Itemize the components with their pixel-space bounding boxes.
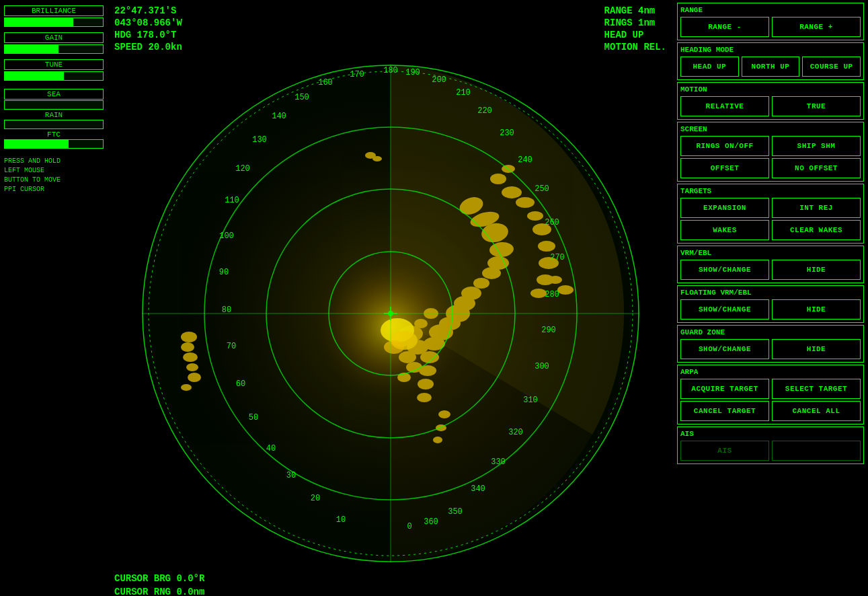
float-vrm-btn-row: SHOW/CHANGE HIDE: [680, 299, 861, 320]
north-up-button[interactable]: NORTH UP: [742, 57, 800, 77]
tune-slider[interactable]: [4, 71, 104, 81]
section-title-guard-zone: GUARD ZONE: [680, 328, 861, 336]
brilliance-slider[interactable]: [4, 17, 104, 27]
section-title-screen: SCREEN: [680, 125, 861, 133]
svg-point-23: [527, 211, 543, 221]
range-plus-button[interactable]: RANGE +: [772, 17, 861, 37]
svg-text:110: 110: [225, 196, 239, 205]
svg-point-35: [433, 437, 442, 443]
svg-text:40: 40: [266, 444, 275, 453]
ais-empty-button: [772, 441, 861, 461]
true-button[interactable]: TRUE: [772, 96, 861, 116]
svg-point-36: [181, 332, 197, 342]
screen-btn-row-1: RINGS ON/OFF SHIP SHM: [680, 136, 861, 156]
svg-text:360: 360: [424, 517, 438, 527]
svg-text:290: 290: [541, 326, 556, 335]
gain-slider[interactable]: [4, 44, 104, 54]
float-show-change-button[interactable]: SHOW/CHANGE: [680, 299, 769, 320]
svg-text:310: 310: [523, 396, 538, 405]
cursor-rng: CURSOR RNG 0.0nm: [114, 587, 666, 596]
svg-point-41: [181, 384, 192, 391]
svg-point-47: [399, 351, 416, 363]
brilliance-label: BRILLIANCE: [4, 5, 104, 16]
vrm-show-change-button[interactable]: SHOW/CHANGE: [680, 260, 769, 280]
wakes-button[interactable]: WAKES: [680, 220, 769, 240]
svg-text:300: 300: [535, 362, 549, 371]
section-float-vrm: FLOATING VRM/EBL SHOW/CHANGE HIDE: [677, 285, 864, 323]
rain-slider[interactable]: [4, 120, 104, 129]
no-offset-button[interactable]: NO OFFSET: [772, 158, 861, 178]
info-top: 22°47.371'S 043°08.966'W HDG 178.0°T SPE…: [108, 0, 673, 58]
int-rej-button[interactable]: INT REJ: [772, 198, 861, 218]
svg-point-20: [417, 393, 432, 402]
course-up-button[interactable]: COURSE UP: [802, 57, 861, 77]
svg-point-37: [181, 342, 194, 352]
vrm-btn-row: SHOW/CHANGE HIDE: [680, 260, 861, 280]
range-btn-row: RANGE - RANGE +: [680, 17, 861, 37]
lon-display: 043°08.966'W: [114, 17, 182, 28]
gain-label: GAIN: [4, 32, 104, 43]
ship-shm-button[interactable]: SHIP SHM: [772, 136, 861, 156]
svg-text:60: 60: [235, 379, 245, 389]
cursor-info: CURSOR BRG 0.0°R CURSOR RNG 0.0nm: [108, 569, 673, 596]
select-target-button[interactable]: SELECT TARGET: [772, 379, 861, 399]
svg-text:330: 330: [491, 457, 506, 467]
svg-point-43: [372, 156, 382, 161]
rain-item: RAIN: [4, 111, 104, 129]
section-title-vrm-ebl: VRM/EBL: [680, 249, 861, 257]
svg-text:170: 170: [350, 70, 364, 79]
speed-display: SPEED 20.0kn: [114, 42, 182, 52]
head-up-button[interactable]: HEAD UP: [680, 57, 739, 77]
svg-text:80: 80: [221, 305, 231, 315]
section-range: RANGE RANGE - RANGE +: [677, 3, 864, 40]
svg-point-22: [516, 197, 535, 208]
radar-display[interactable]: 180 170 190 200 160 210 150 140 220 230 …: [135, 58, 646, 569]
relative-button[interactable]: RELATIVE: [680, 96, 769, 116]
head-display: HEAD UP: [604, 30, 666, 40]
svg-point-39: [186, 363, 198, 371]
svg-point-30: [557, 285, 574, 295]
svg-text:250: 250: [535, 184, 549, 194]
range-minus-button[interactable]: RANGE -: [680, 17, 769, 37]
svg-text:240: 240: [518, 155, 532, 165]
clear-wakes-button[interactable]: CLEAR WAKES: [772, 220, 861, 240]
svg-point-25: [538, 241, 555, 252]
svg-text:140: 140: [272, 112, 286, 121]
svg-text:70: 70: [226, 342, 235, 351]
vrm-hide-button[interactable]: HIDE: [772, 260, 861, 280]
svg-point-40: [188, 373, 201, 382]
svg-text:130: 130: [252, 135, 267, 145]
svg-text:20: 20: [310, 494, 319, 503]
cancel-all-button[interactable]: CANCEL ALL: [772, 401, 861, 421]
svg-text:260: 260: [545, 218, 559, 227]
svg-text:200: 200: [432, 75, 446, 85]
radar-container[interactable]: 180 170 190 200 160 210 150 140 220 230 …: [108, 58, 673, 569]
svg-text:0: 0: [407, 522, 411, 531]
svg-point-21: [502, 186, 522, 198]
section-heading: HEADING MODE HEAD UP NORTH UP COURSE UP: [677, 42, 864, 80]
svg-point-33: [438, 410, 450, 418]
section-arpa: ARPA ACQUIRE TARGET SELECT TARGET CANCEL…: [677, 365, 864, 424]
ais-button[interactable]: AIS: [680, 441, 769, 461]
offset-button[interactable]: OFFSET: [680, 158, 769, 178]
ftc-slider[interactable]: [4, 139, 104, 149]
svg-point-29: [549, 276, 562, 284]
ais-btn-row: AIS: [680, 441, 861, 461]
screen-btn-row-2: OFFSET NO OFFSET: [680, 158, 861, 178]
guard-hide-button[interactable]: HIDE: [772, 339, 861, 359]
section-ais: AIS AIS: [677, 426, 864, 464]
float-hide-button[interactable]: HIDE: [772, 299, 861, 320]
rings-on-off-button[interactable]: RINGS ON/OFF: [680, 136, 769, 156]
expansion-button[interactable]: EXPANSION: [680, 198, 769, 218]
cancel-target-button[interactable]: CANCEL TARGET: [680, 401, 769, 421]
arpa-btn-row-1: ACQUIRE TARGET SELECT TARGET: [680, 379, 861, 399]
svg-text:100: 100: [219, 231, 234, 241]
info-left: 22°47.371'S 043°08.966'W HDG 178.0°T SPE…: [114, 5, 182, 52]
acquire-target-button[interactable]: ACQUIRE TARGET: [680, 379, 769, 399]
guard-show-change-button[interactable]: SHOW/CHANGE: [680, 339, 769, 359]
ftc-label: FTC: [4, 131, 104, 139]
section-title-targets: TARGETS: [680, 187, 861, 195]
targets-btn-row-2: WAKES CLEAR WAKES: [680, 220, 861, 240]
ftc-item: FTC: [4, 131, 104, 149]
sea-slider[interactable]: [4, 100, 104, 110]
